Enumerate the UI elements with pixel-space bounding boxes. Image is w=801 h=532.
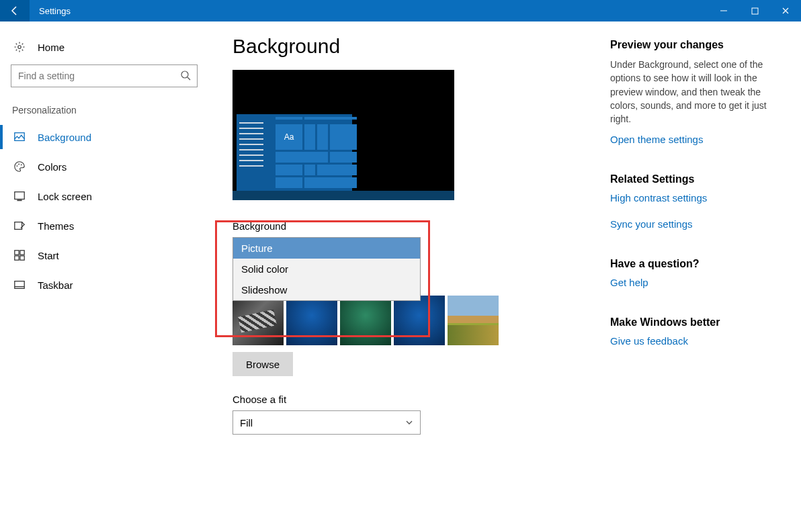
svg-rect-10 bbox=[17, 200, 22, 201]
sidebar: Home Personalization Background Colors bbox=[0, 21, 208, 532]
search-container bbox=[11, 64, 198, 87]
page-title: Background bbox=[233, 35, 595, 58]
sidebar-item-label: Start bbox=[38, 250, 59, 261]
fit-selected-value: Fill bbox=[240, 417, 253, 429]
svg-rect-13 bbox=[20, 251, 24, 255]
sidebar-item-background[interactable]: Background bbox=[0, 122, 208, 152]
sidebar-item-label: Lock screen bbox=[38, 191, 92, 202]
thumbnail-4[interactable] bbox=[394, 296, 445, 345]
sidebar-item-start[interactable]: Start bbox=[0, 240, 208, 270]
search-input[interactable] bbox=[11, 64, 198, 87]
svg-point-2 bbox=[18, 46, 22, 49]
sidebar-item-label: Themes bbox=[38, 220, 74, 232]
back-button[interactable] bbox=[0, 0, 30, 21]
maximize-button[interactable] bbox=[739, 0, 770, 21]
thumbnail-1[interactable] bbox=[233, 296, 284, 345]
sync-settings-link[interactable]: Sync your settings bbox=[610, 218, 785, 230]
svg-line-4 bbox=[187, 77, 190, 80]
dropdown-option-solid-color[interactable]: Solid color bbox=[233, 259, 420, 279]
right-column: Preview your changes Under Background, s… bbox=[610, 35, 785, 532]
question-heading: Have a question? bbox=[610, 258, 785, 270]
feedback-link[interactable]: Give us feedback bbox=[610, 335, 785, 347]
sidebar-item-lock-screen[interactable]: Lock screen bbox=[0, 181, 208, 211]
sidebar-item-themes[interactable]: Themes bbox=[0, 211, 208, 240]
svg-point-6 bbox=[17, 165, 18, 167]
high-contrast-link[interactable]: High contrast settings bbox=[610, 192, 785, 204]
dropdown-option-picture[interactable]: Picture bbox=[233, 238, 420, 259]
window-title: Settings bbox=[30, 0, 708, 21]
sidebar-item-label: Background bbox=[38, 132, 91, 143]
desktop-preview: Aa bbox=[233, 70, 454, 200]
svg-point-8 bbox=[21, 164, 22, 165]
sidebar-item-label: Taskbar bbox=[38, 279, 73, 291]
svg-rect-16 bbox=[15, 281, 24, 289]
svg-rect-15 bbox=[20, 256, 24, 260]
open-theme-settings-link[interactable]: Open theme settings bbox=[610, 134, 785, 145]
search-icon bbox=[180, 70, 191, 83]
svg-point-3 bbox=[181, 71, 188, 78]
sidebar-item-label: Colors bbox=[38, 161, 67, 173]
home-label: Home bbox=[38, 42, 65, 53]
browse-button[interactable]: Browse bbox=[233, 352, 293, 376]
taskbar-icon bbox=[12, 277, 27, 292]
sidebar-item-taskbar[interactable]: Taskbar bbox=[0, 270, 208, 300]
main-content: Background Aa bbox=[208, 21, 801, 532]
dropdown-option-slideshow[interactable]: Slideshow bbox=[233, 279, 420, 300]
home-nav[interactable]: Home bbox=[0, 32, 208, 62]
preview-tiles: Aa bbox=[276, 117, 357, 188]
svg-rect-14 bbox=[15, 256, 19, 260]
background-label: Background bbox=[233, 220, 595, 232]
preview-menu-lines bbox=[239, 118, 263, 171]
background-dropdown[interactable]: Picture Solid color Slideshow bbox=[233, 237, 421, 301]
thumbnail-2[interactable] bbox=[286, 296, 337, 345]
preview-taskbar bbox=[233, 191, 454, 200]
picture-thumbnails bbox=[233, 296, 595, 345]
fit-dropdown[interactable]: Fill bbox=[233, 410, 421, 435]
related-settings-heading: Related Settings bbox=[610, 173, 785, 185]
thumbnail-3[interactable] bbox=[340, 296, 391, 345]
svg-point-7 bbox=[18, 164, 19, 165]
svg-rect-12 bbox=[15, 251, 19, 255]
themes-icon bbox=[12, 218, 27, 233]
sidebar-item-colors[interactable]: Colors bbox=[0, 152, 208, 181]
title-bar: Settings bbox=[0, 0, 801, 21]
palette-icon bbox=[12, 159, 27, 174]
minimize-button[interactable] bbox=[708, 0, 739, 21]
fit-label: Choose a fit bbox=[233, 394, 595, 405]
preview-changes-body: Under Background, select one of the opti… bbox=[610, 58, 785, 126]
preview-sample-text: Aa bbox=[276, 124, 302, 150]
start-icon bbox=[12, 248, 27, 263]
picture-icon bbox=[12, 130, 27, 144]
better-heading: Make Windows better bbox=[610, 316, 785, 328]
thumbnail-5[interactable] bbox=[448, 296, 499, 345]
get-help-link[interactable]: Get help bbox=[610, 277, 785, 288]
lock-screen-icon bbox=[12, 189, 27, 204]
preview-changes-heading: Preview your changes bbox=[610, 39, 785, 51]
category-heading: Personalization bbox=[0, 93, 208, 122]
gear-icon bbox=[12, 40, 27, 54]
svg-rect-9 bbox=[15, 192, 24, 200]
chevron-down-icon bbox=[405, 417, 413, 429]
preview-start-menu: Aa bbox=[237, 114, 352, 191]
svg-rect-1 bbox=[752, 8, 758, 14]
close-button[interactable] bbox=[770, 0, 801, 21]
